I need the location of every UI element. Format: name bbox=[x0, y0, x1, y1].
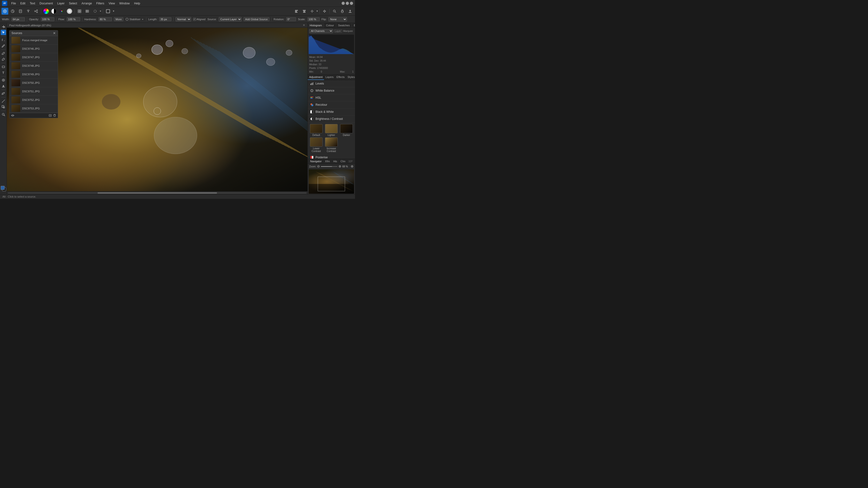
close-button[interactable] bbox=[350, 2, 353, 5]
adj-tab-styles[interactable]: Styles bbox=[346, 74, 355, 80]
nav-tab-his[interactable]: His bbox=[332, 160, 338, 163]
sources-close-btn[interactable]: ✕ bbox=[53, 31, 56, 35]
eraser-tool[interactable] bbox=[1, 57, 6, 62]
preset-lighter[interactable]: Lighter bbox=[324, 124, 338, 136]
adj-posterise[interactable]: Posterise bbox=[308, 154, 355, 159]
close-file-btn[interactable]: ✕ bbox=[303, 24, 305, 27]
menu-layer[interactable]: Layer bbox=[55, 1, 67, 6]
align-left-btn[interactable] bbox=[293, 8, 300, 14]
fill-tool[interactable] bbox=[1, 83, 6, 89]
text-tool[interactable]: T bbox=[1, 70, 6, 75]
tab-brushes[interactable]: Brushes bbox=[352, 23, 355, 28]
menu-filters[interactable]: Filters bbox=[94, 1, 106, 6]
marquee-dropdown[interactable] bbox=[99, 9, 101, 13]
hardness-input[interactable] bbox=[98, 17, 112, 21]
menu-document[interactable]: Document bbox=[37, 1, 55, 6]
source-item-6[interactable]: DSC9752.JPG bbox=[9, 96, 58, 104]
flip-select[interactable]: None Horizontal Vertical bbox=[329, 17, 347, 22]
source-item-5[interactable]: DSC9751.JPG bbox=[9, 87, 58, 96]
adj-white-balance[interactable]: White Balance bbox=[308, 87, 355, 94]
source-item-3[interactable]: DSC9749.JPG bbox=[9, 70, 58, 79]
menu-file[interactable]: File bbox=[9, 1, 18, 6]
color-picker-btn[interactable] bbox=[43, 8, 50, 14]
color-ring-btn[interactable] bbox=[58, 8, 65, 14]
rotation-input[interactable] bbox=[286, 17, 296, 21]
preset-default[interactable]: Default bbox=[309, 124, 323, 136]
nav-tab-chn[interactable]: Chn bbox=[340, 160, 346, 163]
adj-tab-adjustment[interactable]: Adjustment bbox=[308, 74, 324, 80]
eye-icon[interactable] bbox=[11, 114, 14, 117]
source-item-4[interactable]: DSC9750.JPG bbox=[9, 79, 58, 87]
scrollbar-thumb[interactable] bbox=[97, 192, 217, 194]
adj-black-white[interactable]: Black & White bbox=[308, 108, 355, 116]
canvas-area[interactable]: Sources ✕ Focus merged image DSC9746.JPG… bbox=[7, 28, 307, 194]
source-item-0[interactable]: DSC9746.JPG bbox=[9, 44, 58, 53]
arr-dropdown[interactable]: ▾ bbox=[316, 9, 318, 13]
grid-view-btn[interactable] bbox=[76, 8, 83, 14]
menu-text[interactable]: Text bbox=[28, 1, 37, 6]
light-circle-btn[interactable] bbox=[66, 8, 73, 14]
align-center-btn[interactable] bbox=[301, 8, 308, 14]
persona-share-btn[interactable] bbox=[33, 8, 39, 14]
arr-tools-btn[interactable] bbox=[309, 8, 315, 14]
nav-tab-navigator[interactable]: Navigator bbox=[309, 160, 322, 163]
persona-document-btn[interactable] bbox=[17, 8, 24, 14]
width-input[interactable] bbox=[11, 17, 25, 21]
channel-select[interactable]: All Channels Red Green Blue bbox=[309, 29, 333, 33]
navigator-viewport[interactable] bbox=[318, 176, 345, 191]
columns-view-btn[interactable] bbox=[84, 8, 91, 14]
zoom-add-icon[interactable] bbox=[351, 165, 353, 168]
aligned-checkbox[interactable]: ✓ bbox=[193, 18, 196, 21]
maximize-button[interactable] bbox=[346, 2, 349, 5]
select-tool[interactable] bbox=[1, 30, 6, 35]
scrollbar-track[interactable] bbox=[8, 192, 307, 194]
adj-recolour[interactable]: Recolour bbox=[308, 101, 355, 108]
horizontal-scrollbar[interactable] bbox=[7, 191, 307, 194]
persona-history-btn[interactable] bbox=[9, 8, 16, 14]
marquee-mode-btn[interactable]: Marquee bbox=[343, 30, 353, 32]
adj-hsl[interactable]: HSL bbox=[308, 94, 355, 101]
source-item-2[interactable]: DSC9748.JPG bbox=[9, 62, 58, 70]
flow-input[interactable] bbox=[67, 17, 80, 21]
source-select[interactable]: Current Layer All Layers bbox=[219, 17, 242, 22]
transform-tool[interactable] bbox=[1, 104, 6, 110]
tab-histogram[interactable]: Histogram bbox=[308, 23, 324, 28]
shape-tool[interactable] bbox=[1, 64, 6, 69]
tab-colour[interactable]: Colour bbox=[324, 23, 336, 28]
marquee-btn[interactable] bbox=[92, 8, 98, 14]
blend-mode-select[interactable]: Normal Multiply Screen bbox=[176, 17, 191, 22]
length-input[interactable] bbox=[159, 17, 172, 21]
menu-arrange[interactable]: Arrange bbox=[80, 1, 94, 6]
menu-window[interactable]: Window bbox=[117, 1, 132, 6]
zoom-tool[interactable] bbox=[1, 112, 6, 117]
add-global-source-button[interactable]: Add Global Source bbox=[244, 17, 270, 21]
adj-levels[interactable]: Levels bbox=[308, 80, 355, 87]
adj-tab-effects[interactable]: Effects bbox=[335, 74, 346, 80]
preset-increase-contrast[interactable]: Increase Contrast bbox=[324, 137, 338, 153]
snapping-btn[interactable] bbox=[321, 8, 328, 14]
zoom-slider[interactable] bbox=[321, 166, 337, 167]
preset-lower-contrast[interactable]: Lower Contrast bbox=[309, 137, 323, 153]
source-item-focus[interactable]: Focus merged image bbox=[9, 36, 58, 44]
preset-darker[interactable]: Darker bbox=[339, 124, 353, 136]
toolbar-dropdown-arrow[interactable]: ▾ bbox=[113, 9, 115, 13]
crop-tool[interactable] bbox=[1, 37, 6, 43]
clone-tool[interactable] bbox=[1, 77, 6, 83]
pen-tool[interactable] bbox=[1, 43, 6, 48]
menu-edit[interactable]: Edit bbox=[18, 1, 27, 6]
persona-photo-btn[interactable] bbox=[1, 8, 8, 14]
hand-btn[interactable] bbox=[339, 8, 346, 14]
zoom-in-icon[interactable] bbox=[338, 165, 341, 168]
menu-help[interactable]: Help bbox=[132, 1, 142, 6]
menu-view[interactable]: View bbox=[107, 1, 117, 6]
tab-swatches[interactable]: Swatches bbox=[336, 23, 352, 28]
measure-tool[interactable] bbox=[1, 98, 6, 104]
minimize-button[interactable] bbox=[342, 2, 345, 5]
eyedropper-tool[interactable] bbox=[1, 91, 6, 96]
half-tone-btn[interactable] bbox=[51, 8, 57, 14]
adj-brightness-contrast[interactable]: Brightness / Contrast bbox=[308, 116, 355, 123]
scale-input[interactable] bbox=[307, 17, 320, 21]
delete-layer-icon[interactable] bbox=[53, 114, 56, 117]
foreground-color-swatch[interactable] bbox=[1, 186, 5, 190]
source-item-1[interactable]: DSC9747.JPG bbox=[9, 53, 58, 62]
